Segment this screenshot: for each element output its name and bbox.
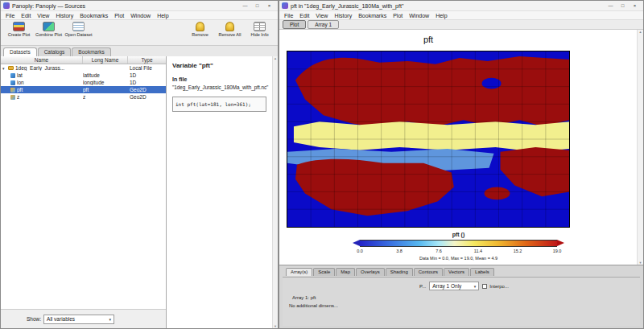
column-long-name[interactable]: Long Name: [83, 56, 128, 64]
table-row-dataset[interactable]: ▾ 1deg_Early_Jurass... Local File: [1, 64, 166, 72]
column-type[interactable]: Type: [128, 56, 166, 64]
plot-titlebar: pft in "1deg_Early_Jurassic_180Ma_with_p…: [279, 1, 643, 11]
menu-file[interactable]: File: [281, 13, 296, 19]
geo2d-variable-icon: [10, 88, 15, 93]
table-row-pft-selected[interactable]: pft pft Geo2D: [1, 86, 166, 93]
show-label: Show:: [27, 316, 41, 322]
variable-declaration: int pft(lat=181, lon=361);: [172, 97, 266, 112]
tab-array-1[interactable]: Array 1: [308, 20, 339, 29]
dataset-table: Name Long Name Type ▾ 1deg_Early_Jurass.…: [1, 56, 167, 328]
table-row-lon[interactable]: lon longitude 1D: [1, 79, 166, 86]
tick-label: 0.0: [357, 249, 363, 253]
variable-info-panel: Variable "pft" In file "1deg_Early_Juras…: [167, 56, 278, 328]
tab-catalogs[interactable]: Catalogs: [38, 47, 72, 56]
window-title: pft in "1deg_Early_Jurassic_180Ma_with_p…: [291, 3, 403, 9]
tab-scale[interactable]: Scale: [313, 268, 335, 276]
data-stats: Data Min = 0.0, Max = 19.0, Mean = 4.9: [353, 256, 564, 261]
plot-title: pft: [287, 35, 570, 44]
menu-plot[interactable]: Plot: [390, 13, 406, 19]
menu-plot[interactable]: Plot: [111, 13, 127, 19]
menu-window[interactable]: Window: [406, 13, 432, 19]
scroll-up-icon[interactable]: ▲: [639, 30, 642, 34]
plot-settings-panel: Array(s) Scale Map Overlays Shading Cont…: [279, 265, 643, 328]
table-header: Name Long Name Type: [1, 56, 166, 64]
tab-bookmarks[interactable]: Bookmarks: [72, 47, 111, 56]
remove-icon: [196, 22, 204, 31]
app-icon: [282, 2, 288, 9]
minimize-icon[interactable]: —: [605, 2, 617, 10]
create-plot-icon: [13, 22, 25, 31]
array-mode-dropdown[interactable]: Array 1 Only ▾: [429, 282, 479, 290]
tick-label: 15.2: [514, 249, 522, 253]
geo2d-variable-icon: [10, 95, 15, 100]
menu-view[interactable]: View: [34, 13, 52, 19]
maximize-icon[interactable]: □: [251, 2, 263, 10]
table-body: ▾ 1deg_Early_Jurass... Local File lat la…: [1, 64, 166, 309]
sources-titlebar: Panoply: Panoply — Sources — □ ×: [1, 1, 278, 11]
plot-canvas: pft pft (): [279, 30, 643, 265]
tab-overlays[interactable]: Overlays: [356, 268, 385, 276]
menu-history[interactable]: History: [331, 13, 355, 19]
menu-window[interactable]: Window: [127, 13, 154, 19]
file-name: "1deg_Early_Jurassic_180Ma_with_pft.nc": [172, 84, 266, 90]
menu-bookmarks[interactable]: Bookmarks: [355, 13, 390, 19]
folder-icon: [8, 66, 14, 70]
chevron-down-icon: ▾: [109, 317, 112, 322]
menu-help[interactable]: Help: [154, 13, 171, 19]
tick-label: 3.8: [396, 249, 402, 253]
arrays-tab-content: P... Array 1 Only ▾ Interpo... Array 1: …: [283, 277, 640, 326]
chevron-down-icon: ▾: [474, 284, 477, 289]
menu-help[interactable]: Help: [432, 13, 450, 19]
menu-bookmarks[interactable]: Bookmarks: [76, 13, 111, 19]
close-icon[interactable]: ×: [263, 2, 275, 10]
expand-icon[interactable]: ▾: [2, 66, 6, 71]
sources-menubar: File Edit View History Bookmarks Plot Wi…: [1, 11, 278, 20]
menu-view[interactable]: View: [312, 13, 331, 19]
hide-info-button[interactable]: Hide Info: [245, 22, 275, 37]
tab-vectors[interactable]: Vectors: [444, 268, 469, 276]
tab-labels[interactable]: Labels: [470, 268, 494, 276]
close-icon[interactable]: ×: [629, 2, 641, 10]
menu-edit[interactable]: Edit: [296, 13, 312, 19]
tab-arrays[interactable]: Array(s): [286, 268, 312, 276]
interpolate-checkbox[interactable]: [482, 284, 487, 289]
interpolate-checkbox-group[interactable]: Interpo...: [482, 284, 509, 289]
remove-button[interactable]: Remove: [185, 22, 215, 37]
remove-all-button[interactable]: Remove All: [215, 22, 245, 37]
show-filter-bar: Show: All variables ▾: [1, 309, 166, 328]
tab-datasets[interactable]: Datasets: [3, 47, 37, 56]
scroll-up-icon[interactable]: ▲: [274, 56, 277, 60]
tab-shading[interactable]: Shading: [386, 268, 413, 276]
table-row-lat[interactable]: lat latitude 1D: [1, 72, 166, 79]
tab-contours[interactable]: Contours: [414, 268, 443, 276]
plot-menubar: File Edit View History Bookmarks Plot Wi…: [279, 11, 643, 20]
world-map-plot: [287, 51, 570, 228]
create-plot-button[interactable]: Create Plot: [4, 22, 34, 37]
open-dataset-button[interactable]: Open Dataset: [64, 22, 93, 37]
array-info-text: Array 1: pft: [292, 295, 316, 300]
remove-all-icon: [225, 22, 234, 31]
combine-plot-button[interactable]: Combine Plot: [34, 22, 64, 37]
menu-file[interactable]: File: [2, 13, 18, 19]
variable-icon: [10, 80, 15, 85]
dimensions-info-text: No additional dimens...: [289, 303, 338, 308]
table-row-z[interactable]: z z Geo2D: [1, 93, 166, 101]
colorbar-left-arrow-icon: [353, 240, 360, 246]
interpolate-label: Interpo...: [489, 284, 509, 289]
scroll-down-icon[interactable]: ▼: [274, 324, 277, 328]
minimize-icon[interactable]: —: [239, 2, 251, 10]
maximize-icon[interactable]: □: [617, 2, 629, 10]
menu-edit[interactable]: Edit: [18, 13, 34, 19]
column-name[interactable]: Name: [1, 56, 83, 64]
sources-toolbar: Create Plot Combine Plot Open Dataset Re…: [1, 20, 278, 46]
info-scrollbar[interactable]: ▲ ▼: [272, 56, 278, 328]
window-title: Panoply: Panoply — Sources: [12, 3, 85, 9]
plot-window: pft in "1deg_Early_Jurassic_180Ma_with_p…: [279, 0, 644, 329]
hide-info-icon: [254, 22, 266, 31]
plot-scrollbar[interactable]: ▲ ▼: [637, 30, 643, 265]
show-variables-dropdown[interactable]: All variables ▾: [43, 315, 114, 324]
tab-plot[interactable]: Plot: [283, 20, 306, 29]
tab-map[interactable]: Map: [336, 268, 355, 276]
colorbar-right-arrow-icon: [557, 240, 564, 246]
menu-history[interactable]: History: [52, 13, 76, 19]
